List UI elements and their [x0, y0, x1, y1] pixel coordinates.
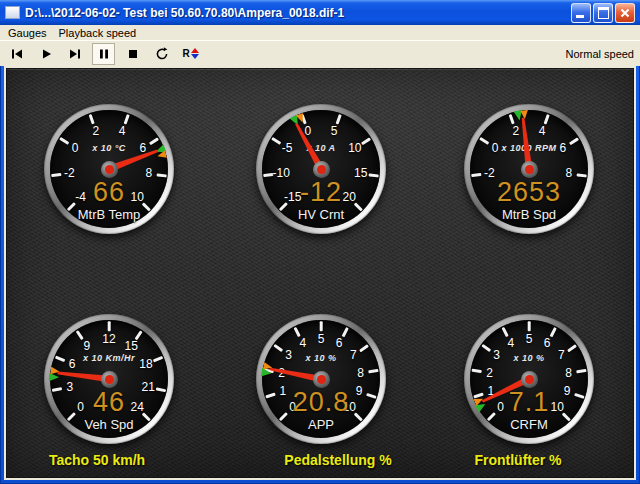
gauge-caption: Frontlüfter % — [474, 452, 561, 468]
playback-speed-status: Normal speed — [566, 48, 640, 60]
gauge-name: APP — [256, 418, 386, 432]
play-button[interactable] — [34, 43, 57, 65]
r-speed-icon: R — [182, 48, 198, 59]
gauge-units: x 10 A — [256, 143, 386, 153]
stop-button[interactable] — [121, 43, 144, 65]
titlebar[interactable]: D:\...\2012-06-02- Test bei 50.60.70.80\… — [0, 0, 640, 25]
maximize-button[interactable] — [593, 3, 613, 23]
gauge-dial-label: 8 — [348, 366, 374, 380]
gauge-value: 46 — [44, 388, 174, 416]
gauge-value: -12 — [256, 178, 386, 206]
gauge-name: CRFM — [464, 418, 594, 432]
gauge-caption: Pedalstellung % — [284, 452, 391, 468]
gauge-dial-label: 4 — [109, 124, 135, 138]
gauge-dial-label: 4 — [529, 124, 555, 138]
gauge-app: 012345678910x 10 %20.8APP — [256, 314, 386, 444]
gauge-name: MtrB Temp — [44, 208, 174, 222]
gauge-name: HV Crnt — [256, 208, 386, 222]
gauge-tick — [320, 321, 323, 331]
gauge-canvas: -4-20246810x 10 °C66MtrB Temp-15-10-5051… — [6, 68, 634, 478]
gauge-caption: Tacho 50 km/h — [49, 452, 145, 468]
gauge-mtrb-temp: -4-20246810x 10 °C66MtrB Temp — [44, 104, 174, 234]
gauge-hub — [521, 371, 538, 388]
minimize-icon — [576, 15, 584, 18]
gauge-value: 66 — [44, 178, 174, 206]
gauge-tick — [528, 321, 531, 331]
gauge-value: 2653 — [464, 178, 594, 206]
skip-end-icon — [67, 46, 83, 62]
maximize-icon — [598, 7, 609, 19]
client-area: -4-20246810x 10 °C66MtrB Temp-15-10-5051… — [4, 66, 636, 480]
gauge-units: x 10 Km/Hr — [44, 353, 174, 363]
gauge-tick — [108, 321, 111, 331]
close-button[interactable] — [615, 3, 635, 23]
gauge-hub — [101, 161, 118, 178]
gauge-units: x 10 % — [464, 353, 594, 363]
minimize-button[interactable] — [571, 3, 591, 23]
gauge-dial-label: 2 — [83, 124, 109, 138]
gauge-hub — [313, 371, 330, 388]
skip-start-icon — [9, 46, 25, 62]
skip-start-button[interactable] — [5, 43, 28, 65]
pause-icon — [96, 46, 112, 62]
gauge-units: x 10 % — [256, 353, 386, 363]
toolbar: R Normal speed — [0, 40, 640, 66]
gauge-hub — [101, 371, 118, 388]
loop-button[interactable] — [150, 43, 173, 65]
loop-icon — [154, 46, 170, 62]
playback-controls: R — [0, 43, 202, 65]
menubar: GaugesPlayback speed — [0, 25, 640, 40]
skip-end-button[interactable] — [63, 43, 86, 65]
gauge-hub — [313, 161, 330, 178]
play-icon — [38, 46, 54, 62]
app-window: D:\...\2012-06-02- Test bei 50.60.70.80\… — [0, 0, 640, 484]
gauge-dial-label: 15 — [118, 339, 144, 353]
window-controls — [571, 3, 635, 23]
gauge-value: 20.8 — [256, 388, 386, 416]
gauge-dial-label: 8 — [556, 366, 582, 380]
gauge-name: MtrB Spd — [464, 208, 594, 222]
gauge-dial-label: 5 — [321, 124, 347, 138]
gauge-mtrb-spd: -202468x 1000 RPM2653MtrB Spd — [464, 104, 594, 234]
playback-direction-button[interactable]: R — [179, 43, 202, 65]
gauge-dial-label: 2 — [476, 366, 502, 380]
menu-playback-speed[interactable]: Playback speed — [54, 26, 144, 40]
window-title: D:\...\2012-06-02- Test bei 50.60.70.80\… — [25, 6, 571, 20]
gauge-hv-crnt: -15-10-505101520x 10 A-12HV Crnt — [256, 104, 386, 234]
app-icon — [5, 6, 20, 19]
gauge-crfm: 012345678910x 10 %7.1CRFM — [464, 314, 594, 444]
stop-icon — [125, 46, 141, 62]
gauge-name: Veh Spd — [44, 418, 174, 432]
menu-gauges[interactable]: Gauges — [3, 26, 54, 40]
gauge-hub — [521, 161, 538, 178]
pause-button[interactable] — [92, 43, 115, 65]
gauge-veh-spd: 03691215182124x 10 Km/Hr46Veh Spd — [44, 314, 174, 444]
